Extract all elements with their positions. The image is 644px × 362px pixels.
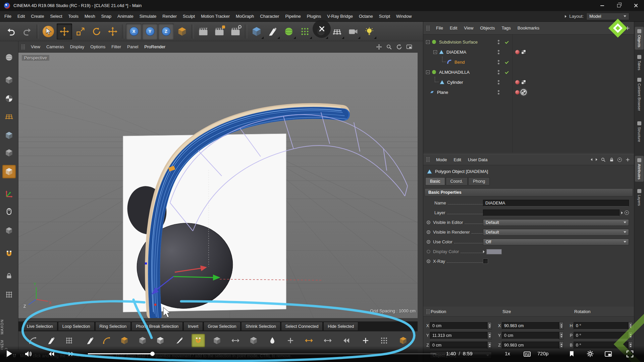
- points-mode-button[interactable]: [2, 129, 16, 142]
- layer-field[interactable]: [483, 209, 620, 216]
- tessellate-tool[interactable]: [62, 334, 76, 347]
- om-menu-bookmarks[interactable]: Bookmarks: [514, 25, 543, 31]
- visibility-dots-icon[interactable]: [498, 80, 499, 84]
- om-menu-view[interactable]: View: [461, 25, 477, 31]
- collapse-icon[interactable]: [433, 50, 437, 54]
- workplane-lock-button[interactable]: [2, 269, 16, 283]
- texture-tag-selected-icon[interactable]: [521, 90, 526, 95]
- keyframe-circle-icon[interactable]: [427, 250, 430, 253]
- material-tag-icon[interactable]: [515, 90, 520, 95]
- camera-label[interactable]: Perspective: [22, 55, 49, 61]
- object-name[interactable]: Subdivision Surface: [439, 40, 478, 45]
- enable-axis-button[interactable]: [2, 187, 16, 200]
- render-settings-button[interactable]: [228, 23, 243, 40]
- menu-octane[interactable]: Octane: [356, 11, 376, 21]
- make-editable-button[interactable]: [2, 51, 16, 64]
- menu-tools[interactable]: Tools: [65, 11, 82, 21]
- extrude-tool[interactable]: [118, 334, 131, 347]
- xray-checkbox[interactable]: [483, 259, 488, 264]
- knife-tool[interactable]: [173, 334, 186, 347]
- tab-layers[interactable]: Layers: [635, 187, 644, 208]
- minimize-button[interactable]: [594, 0, 610, 11]
- phong-break-selection-button[interactable]: Phong Break Selection: [131, 322, 183, 331]
- size-y-input[interactable]: 0 cm: [502, 332, 559, 339]
- z-axis-lock-button[interactable]: Z: [158, 23, 174, 40]
- stepper[interactable]: [487, 322, 492, 329]
- position-x-input[interactable]: 0 cm: [430, 322, 487, 329]
- vp-menu-options[interactable]: Options: [87, 44, 108, 49]
- tab-content-browser[interactable]: Content Browser: [635, 75, 644, 113]
- menu-edit[interactable]: Edit: [14, 11, 28, 21]
- arc-tool[interactable]: [100, 334, 113, 347]
- scale-tool[interactable]: [73, 23, 88, 40]
- maximize-view-icon[interactable]: [406, 44, 412, 50]
- tab-phong[interactable]: Phong: [468, 177, 490, 185]
- visibility-dots-icon[interactable]: [498, 70, 499, 74]
- visibility-dots-icon[interactable]: [498, 60, 499, 64]
- matrix-extrude-tool[interactable]: [247, 334, 260, 347]
- expand-icon[interactable]: [483, 250, 485, 253]
- history-forward-icon[interactable]: [596, 158, 597, 161]
- quality-button[interactable]: 720p: [537, 351, 548, 356]
- vp-menu-prorender[interactable]: ProRender: [141, 44, 168, 49]
- magnet-snap-button[interactable]: [2, 247, 16, 260]
- workplane-grid-button[interactable]: [2, 288, 16, 301]
- material-tag-icon[interactable]: [515, 80, 520, 84]
- am-menu-mode[interactable]: Mode: [433, 157, 450, 162]
- x-axis-lock-button[interactable]: X: [126, 23, 142, 40]
- tree-row-bend[interactable]: Bend: [423, 57, 634, 67]
- workplane-mode-button[interactable]: [2, 110, 16, 123]
- vp-menu-view[interactable]: View: [28, 44, 43, 49]
- playback-speed-button[interactable]: 1x: [505, 351, 510, 356]
- magnet-tool[interactable]: [192, 334, 205, 347]
- flip-tool[interactable]: [339, 334, 353, 347]
- zoom-view-icon[interactable]: [386, 44, 392, 50]
- subdivision-surface-button[interactable]: [281, 23, 297, 40]
- points-tool[interactable]: [377, 334, 391, 347]
- restore-button[interactable]: [610, 0, 627, 11]
- tree-row-plane[interactable]: Plane: [423, 87, 634, 97]
- size-x-input[interactable]: 90.983 cm: [502, 322, 559, 329]
- menu-select[interactable]: Select: [47, 11, 65, 21]
- texture-tag-icon[interactable]: [521, 80, 526, 84]
- bevel-tool[interactable]: [210, 334, 224, 347]
- om-menu-file[interactable]: File: [433, 25, 446, 31]
- layer-target-icon[interactable]: [625, 210, 629, 215]
- close-overlay-button[interactable]: [313, 20, 331, 38]
- undo-button[interactable]: [3, 23, 19, 40]
- visibility-dots-icon[interactable]: [498, 40, 499, 44]
- object-name[interactable]: Plane: [437, 90, 448, 95]
- spline-pen-tool[interactable]: [45, 334, 58, 347]
- texture-mode-button[interactable]: [2, 92, 16, 105]
- mograph-button[interactable]: [297, 23, 313, 40]
- enabled-check-icon[interactable]: [505, 40, 508, 44]
- camera-button[interactable]: [345, 23, 361, 40]
- visible-renderer-dropdown[interactable]: Default: [483, 229, 629, 236]
- video-progress-bar[interactable]: [88, 353, 436, 354]
- position-y-input[interactable]: 11.313 cm: [430, 332, 487, 339]
- y-axis-lock-button[interactable]: Y: [142, 23, 158, 40]
- coordinate-system-button[interactable]: [174, 23, 190, 40]
- ring-selection-button[interactable]: Ring Selection: [95, 322, 131, 331]
- am-menu-user-data[interactable]: User Data: [465, 157, 491, 162]
- tab-structure[interactable]: Structure: [635, 119, 644, 144]
- tab-coord[interactable]: Coord.: [446, 177, 468, 185]
- viewport-solo-button[interactable]: [2, 205, 16, 218]
- tab-objects[interactable]: Objects: [635, 27, 644, 50]
- menu-mograph[interactable]: MoGraph: [233, 11, 257, 21]
- menu-file[interactable]: File: [1, 11, 14, 21]
- slide-tool[interactable]: [229, 334, 242, 347]
- render-picture-viewer-button[interactable]: [212, 23, 227, 40]
- menu-window[interactable]: Window: [393, 11, 415, 21]
- vp-menu-display[interactable]: Display: [67, 44, 88, 49]
- tab-attributes[interactable]: Attributes: [635, 156, 644, 182]
- subtitles-button[interactable]: [523, 350, 531, 358]
- live-selection-button[interactable]: Live Selection: [22, 322, 57, 331]
- polygons-mode-button[interactable]: [2, 165, 16, 178]
- keyframe-circle-icon[interactable]: [427, 230, 430, 234]
- panel-grip-icon[interactable]: [21, 44, 25, 50]
- redo-button[interactable]: [19, 23, 35, 40]
- menu-vray-bridge[interactable]: V-Ray Bridge: [324, 11, 356, 21]
- snap-button[interactable]: [2, 224, 16, 237]
- stepper[interactable]: [559, 332, 564, 339]
